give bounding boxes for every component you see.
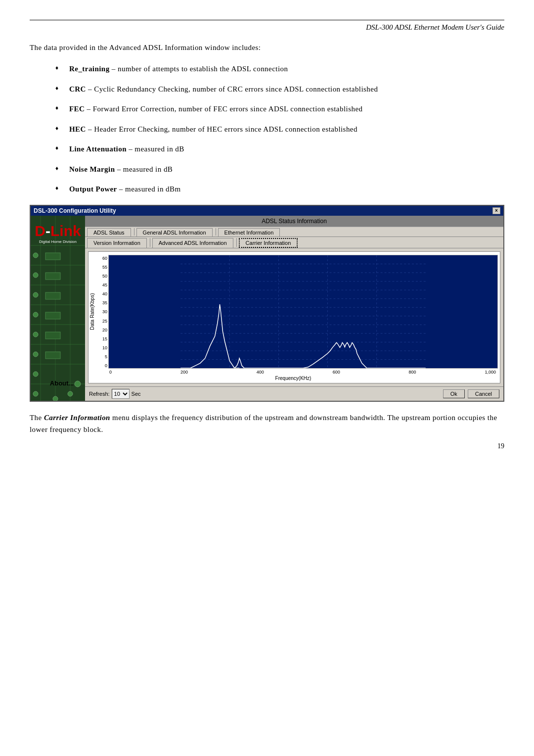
chart-yaxis-and-plot: 60 55 50 45 40 35 30 25 20 15 10: [97, 255, 498, 369]
y-20: 20: [97, 328, 107, 332]
header-rule: [30, 20, 504, 20]
bullet-term-2: CRC: [69, 85, 86, 93]
bullet-term-3: FEC: [69, 105, 85, 113]
svg-point-16: [33, 332, 38, 337]
list-item: CRC – Cyclic Redundancy Checking, number…: [69, 84, 504, 95]
bullet-term-6: Noise Margin: [69, 165, 115, 173]
y-60: 60: [97, 256, 107, 261]
chart-inner: Data Rate(Kbps) 60 55 50 45 40 35: [89, 255, 498, 369]
cancel-button[interactable]: Cancel: [468, 389, 499, 398]
svg-point-15: [33, 312, 38, 317]
window-bottom-controls: Refresh: 10 5 20 30 Sec Ok Cancel: [85, 386, 503, 401]
bullet-term-4: HEC: [69, 125, 86, 133]
svg-point-17: [33, 352, 38, 357]
about-button[interactable]: About...: [50, 261, 74, 387]
svg-point-13: [33, 273, 38, 278]
adsl-status-label: ADSL Status Information: [262, 218, 327, 225]
tab-row-2: Version Information Advanced ADSL Inform…: [85, 237, 503, 248]
svg-point-23: [53, 396, 58, 401]
tabs-container: ADSL Status General ADSL Information Eth…: [85, 227, 503, 248]
intro-text: The data provided in the Advanced ADSL I…: [30, 42, 504, 53]
y-35: 35: [97, 300, 107, 305]
x-600: 600: [333, 370, 340, 375]
tab-divider-3: [150, 238, 150, 247]
ok-button[interactable]: Ok: [443, 389, 465, 398]
window-title: DSL-300 Configuration Utility: [34, 207, 116, 214]
bullet-desc-7: – measured in dBm: [119, 185, 181, 193]
list-item: HEC – Header Error Checking, number of H…: [69, 124, 504, 135]
svg-rect-24: [45, 253, 60, 260]
x-800: 800: [409, 370, 416, 375]
y-50: 50: [97, 274, 107, 279]
window-close-button[interactable]: ×: [492, 207, 500, 214]
list-item: Noise Margin – measured in dB: [69, 164, 504, 175]
tab-adsl-status[interactable]: ADSL Status: [87, 228, 131, 236]
list-item: Line Attenuation – measured in dB: [69, 143, 504, 155]
list-item: Re_training – number of attempts to esta…: [69, 63, 504, 75]
carrier-information-term: Carrier Information: [44, 414, 110, 422]
list-item: FEC – Forward Error Correction, number o…: [69, 103, 504, 115]
bullet-desc-5: – measured in dB: [129, 145, 184, 153]
chart-y-axis-label: Data Rate(Kbps): [89, 255, 97, 369]
footer-text-before: The: [30, 414, 44, 422]
dlink-link-text: Link: [50, 223, 81, 239]
dlink-subtitle: Digital Home Division: [35, 239, 81, 244]
tab-divider-4: [236, 238, 237, 247]
bullet-term-5: Line Attenuation: [69, 145, 127, 153]
y-45: 45: [97, 283, 107, 287]
bullet-desc-2: – Cyclic Redundancy Checking, number of …: [88, 85, 378, 93]
dlink-logo: D-Link: [35, 224, 81, 238]
x-400: 400: [257, 370, 264, 375]
y-25: 25: [97, 319, 107, 324]
sec-label: Sec: [132, 391, 141, 397]
svg-point-14: [33, 292, 38, 297]
chart-y-numbers: 60 55 50 45 40 35 30 25 20 15 10: [97, 255, 108, 369]
svg-point-18: [33, 372, 38, 377]
tab-version-info[interactable]: Version Information: [87, 238, 147, 248]
chart-container: Data Rate(Kbps) 60 55 50 45 40 35: [88, 251, 500, 383]
x-200: 200: [180, 370, 188, 375]
tab-divider-2: [216, 228, 216, 236]
tab-advanced-adsl[interactable]: Advanced ADSL Information: [152, 238, 233, 248]
refresh-dropdown[interactable]: 10 5 20 30: [112, 389, 130, 399]
adsl-status-bar: ADSL Status Information: [85, 216, 503, 227]
svg-point-12: [33, 253, 38, 258]
bullet-desc-6: – measured in dB: [117, 165, 173, 173]
window-body: D-Link Digital Home Division About... AD…: [31, 216, 503, 401]
tab-general-adsl[interactable]: General ADSL Information: [136, 228, 213, 236]
header-title: DSL-300 ADSL Ethernet Modem User's Guide: [30, 23, 504, 32]
bullet-desc-4: – Header Error Checking, number of HEC e…: [88, 125, 357, 133]
y-0: 0: [97, 363, 107, 368]
y-15: 15: [97, 336, 107, 341]
svg-point-21: [68, 391, 73, 396]
tab-divider: [134, 228, 134, 236]
y-5: 5: [97, 354, 107, 359]
y-55: 55: [97, 265, 107, 270]
y-40: 40: [97, 291, 107, 296]
refresh-label: Refresh:: [89, 391, 110, 397]
dlink-d-letter: D: [35, 223, 45, 239]
window-sidebar: D-Link Digital Home Division About...: [31, 216, 85, 401]
bullet-desc-3: – Forward Error Correction, number of FE…: [87, 105, 363, 113]
x-0: 0: [109, 370, 112, 375]
bullet-term-7: Output Power: [69, 185, 117, 193]
chart-x-axis-label: Frequency(KHz): [89, 376, 498, 381]
tab-ethernet-info[interactable]: Ethernet Information: [218, 228, 280, 236]
page-container: DSL-300 ADSL Ethernet Modem User's Guide…: [0, 0, 534, 465]
window-main-content: ADSL Status Information ADSL Status Gene…: [85, 216, 503, 401]
bullet-desc-1: – number of attempts to establish the AD…: [112, 65, 288, 73]
svg-point-19: [33, 391, 38, 396]
list-item: Output Power – measured in dBm: [69, 184, 504, 195]
svg-point-20: [75, 381, 81, 387]
bullet-term-1: Re_training: [69, 65, 110, 73]
chart-x-labels: 0 200 400 600 800 1,000: [89, 370, 498, 375]
y-10: 10: [97, 345, 107, 350]
tab-row-1: ADSL Status General ADSL Information Eth…: [85, 227, 503, 237]
tab-carrier-info[interactable]: Carrier Information: [239, 238, 298, 248]
chart-svg: [109, 255, 497, 368]
footer-text: The Carrier Information menu displays th…: [30, 412, 504, 435]
x-1000: 1,000: [485, 370, 496, 375]
bullet-list: Re_training – number of attempts to esta…: [69, 63, 504, 195]
page-number: 19: [497, 442, 504, 450]
chart-plot-area: [108, 255, 498, 369]
